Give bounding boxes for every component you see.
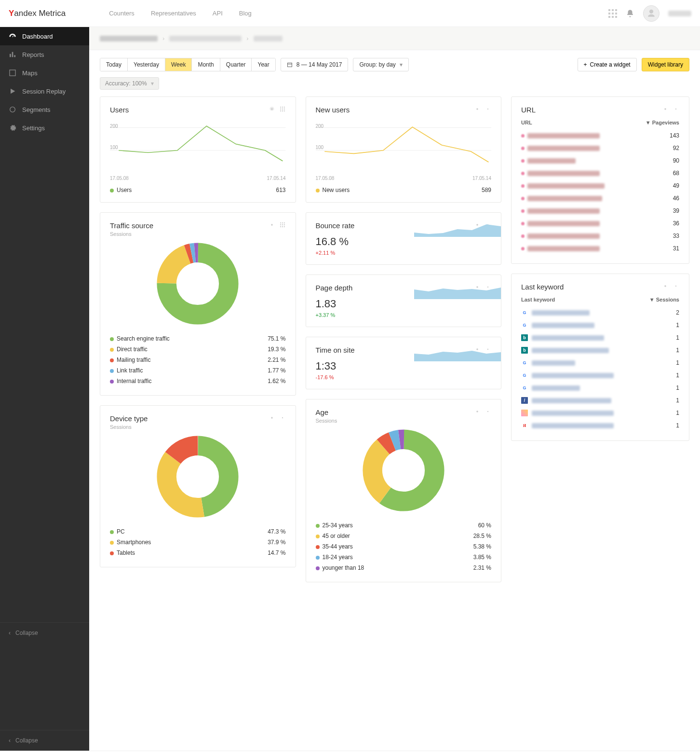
- table-row[interactable]: Я1: [521, 419, 679, 432]
- grip-icon[interactable]: [279, 106, 286, 112]
- legend-item: Internal traffic1.62 %: [110, 376, 286, 386]
- sidebar-label: Maps: [22, 69, 38, 77]
- topnav: Counters Representatives API Blog: [109, 10, 252, 17]
- svg-rect-7: [612, 16, 614, 18]
- range-year[interactable]: Year: [252, 58, 275, 71]
- legend-item: 25-34 years60 %: [316, 520, 492, 531]
- gear-icon[interactable]: [474, 408, 481, 415]
- range-today[interactable]: Today: [100, 58, 128, 71]
- table-row[interactable]: G1: [521, 357, 679, 369]
- bounce-value: 16.8 %: [316, 235, 492, 248]
- table-row[interactable]: /1: [521, 394, 679, 407]
- sidebar-label: Segments: [22, 106, 51, 113]
- gear-icon[interactable]: [662, 283, 669, 289]
- sidebar-item-maps[interactable]: Maps: [0, 64, 89, 82]
- grip-icon[interactable]: [279, 221, 286, 228]
- topnav-representatives[interactable]: Representatives: [151, 10, 196, 17]
- sidebar-item-reports[interactable]: Reports: [0, 45, 89, 64]
- legend-item: 35-44 years5.38 %: [316, 541, 492, 552]
- gear-icon[interactable]: [474, 106, 481, 112]
- table-row[interactable]: G2: [521, 306, 679, 319]
- col-sessions[interactable]: ▼ Sessions: [649, 297, 679, 302]
- col-pageviews[interactable]: ▼ Pageviews: [646, 120, 679, 125]
- card-title: Age: [316, 408, 337, 416]
- table-row[interactable]: G1: [521, 369, 679, 382]
- table-row[interactable]: 49: [521, 179, 679, 192]
- time-delta: -17.6 %: [316, 374, 492, 380]
- topnav-api[interactable]: API: [213, 10, 223, 17]
- accuracy-dropdown[interactable]: Accuracy: 100% ▾: [100, 77, 159, 90]
- grip-icon[interactable]: [485, 106, 491, 112]
- sidebar-item-settings[interactable]: Settings: [0, 119, 89, 137]
- create-widget-button[interactable]: + Create a widget: [578, 58, 637, 71]
- sidebar-item-dashboard[interactable]: Dashboard: [0, 27, 89, 45]
- range-month[interactable]: Month: [192, 58, 220, 71]
- range-yesterday[interactable]: Yesterday: [128, 58, 165, 71]
- sidebar-collapse-2[interactable]: ‹ Collapse: [0, 730, 89, 751]
- svg-point-28: [271, 224, 273, 226]
- range-quarter[interactable]: Quarter: [220, 58, 252, 71]
- gear-icon[interactable]: [269, 414, 275, 421]
- widget-library-button[interactable]: Widget library: [642, 58, 689, 71]
- grip-icon[interactable]: [673, 106, 679, 112]
- table-row[interactable]: 1: [521, 407, 679, 419]
- bounce-sparkline: [414, 216, 501, 237]
- gear-icon[interactable]: [269, 106, 275, 112]
- plus-icon: +: [584, 61, 587, 68]
- svg-point-13: [10, 107, 15, 112]
- traffic-source-card: Traffic source Sessions: [100, 212, 296, 396]
- grip-icon[interactable]: [673, 283, 679, 289]
- table-row[interactable]: 33: [521, 230, 679, 242]
- apps-icon[interactable]: [608, 9, 617, 18]
- age-card: Age Sessions 25-: [306, 399, 502, 582]
- new-users-total: 589: [482, 187, 491, 193]
- table-row[interactable]: 36: [521, 217, 679, 230]
- topnav-counters[interactable]: Counters: [109, 10, 135, 17]
- sidebar-label: Session Replay: [22, 88, 66, 95]
- sidebar-item-segments[interactable]: Segments: [0, 100, 89, 119]
- topnav-blog[interactable]: Blog: [239, 10, 252, 17]
- group-dropdown[interactable]: Group: by day ▾: [353, 58, 408, 71]
- table-row[interactable]: 39: [521, 205, 679, 217]
- date-picker[interactable]: 8 — 14 May 2017: [281, 58, 349, 71]
- svg-rect-1: [612, 9, 614, 11]
- table-row[interactable]: 90: [521, 154, 679, 167]
- svg-point-32: [283, 222, 284, 223]
- table-row[interactable]: G1: [521, 382, 679, 394]
- col-keyword[interactable]: Last keyword: [521, 297, 555, 302]
- breadcrumb-id: [254, 36, 283, 41]
- gear-icon[interactable]: [269, 221, 275, 228]
- table-row[interactable]: b1: [521, 331, 679, 344]
- svg-point-49: [487, 109, 488, 110]
- grip-icon[interactable]: [485, 408, 491, 415]
- brand-logo[interactable]: Yandex Metrica: [9, 9, 66, 18]
- svg-point-21: [282, 109, 283, 110]
- svg-point-18: [282, 107, 283, 108]
- depth-delta: +3.37 %: [316, 312, 492, 318]
- svg-point-34: [282, 222, 283, 223]
- col-url[interactable]: URL: [521, 120, 532, 125]
- sidebar-collapse-1[interactable]: ‹ Collapse: [0, 622, 89, 643]
- brand-y: Y: [9, 9, 14, 18]
- table-row[interactable]: 46: [521, 192, 679, 205]
- url-card: URL URL ▼ Pageviews 14392906849463936333…: [511, 96, 689, 264]
- bell-icon[interactable]: [626, 9, 634, 18]
- card-title: Device type: [110, 414, 148, 423]
- table-row[interactable]: 92: [521, 142, 679, 154]
- sidebar-item-session-replay[interactable]: Session Replay: [0, 82, 89, 100]
- svg-rect-12: [10, 70, 15, 76]
- table-row[interactable]: 31: [521, 242, 679, 255]
- main: › › Today Yesterday Week Month Quarter Y…: [89, 27, 700, 751]
- range-group: Today Yesterday Week Month Quarter Year: [100, 58, 276, 71]
- table-row[interactable]: 68: [521, 167, 679, 179]
- range-week[interactable]: Week: [165, 58, 192, 71]
- card-title: Time on site: [316, 346, 355, 354]
- grip-icon[interactable]: [279, 414, 286, 421]
- table-row[interactable]: b1: [521, 344, 679, 357]
- table-row[interactable]: 143: [521, 129, 679, 142]
- device-type-card: Device type Sessions: [100, 405, 296, 567]
- svg-marker-54: [414, 224, 501, 237]
- avatar[interactable]: [643, 5, 660, 22]
- gear-icon[interactable]: [662, 106, 669, 112]
- table-row[interactable]: G1: [521, 319, 679, 331]
